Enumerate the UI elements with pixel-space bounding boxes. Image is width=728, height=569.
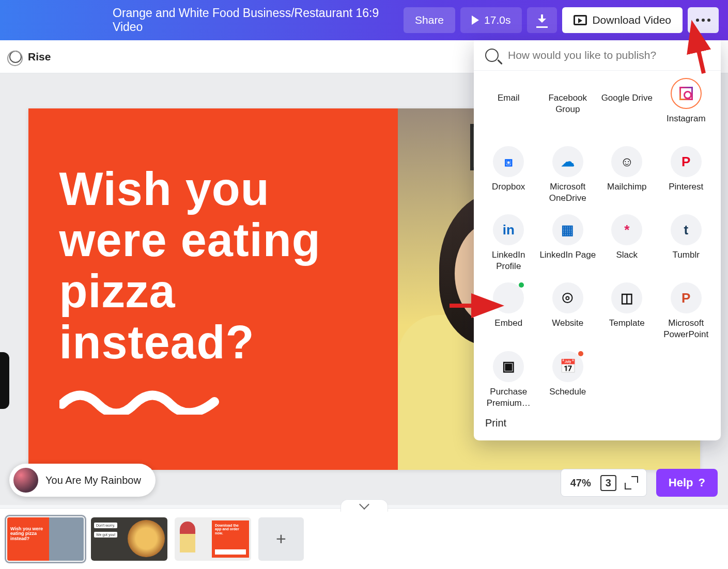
publish-option-label: LinkedIn Profile [480, 249, 537, 272]
underline-squiggle-icon [59, 384, 225, 415]
publish-option-label: Embed [494, 318, 522, 340]
publish-option-label: LinkedIn Page [539, 249, 596, 272]
schedule-icon: 📅 [552, 351, 583, 382]
publish-option-label: Google Drive [601, 92, 653, 115]
purchase-premium-icon: ▣ [493, 351, 524, 382]
email-icon [493, 78, 524, 88]
workspace-icon [9, 51, 22, 63]
publish-option-label: Slack [616, 249, 638, 272]
publish-option-website[interactable]: ⦾Website [538, 279, 598, 343]
zoom-controls: 47% 3 [561, 469, 647, 497]
audio-track-pill[interactable]: You Are My Rainbow [9, 464, 156, 497]
timeline-thumb-3[interactable]: Download the app and order now. [175, 517, 251, 561]
microsoft-onedrive-icon: ☁ [552, 146, 583, 177]
document-title: Orange and White Food Business/Restauran… [9, 6, 398, 34]
thumb2-line1: Don't worry. [94, 523, 117, 528]
publish-option-label: Purchase Premium… [480, 386, 537, 409]
pinterest-icon: P [671, 146, 702, 177]
publish-option-purchase-premium[interactable]: ▣Purchase Premium… [479, 348, 538, 412]
publish-search-row [474, 40, 721, 71]
mailchimp-icon: ☺ [611, 146, 642, 177]
download-video-button[interactable]: Download Video [562, 7, 683, 33]
instagram-icon [671, 78, 702, 109]
microsoft-powerpoint-icon: P [671, 282, 702, 313]
thumb3-text: Download the app and order now. [215, 524, 246, 535]
publish-option-label: Microsoft OneDrive [539, 181, 597, 204]
audio-track-name: You Are My Rainbow [45, 475, 141, 486]
publish-option-label: Instagram [667, 113, 706, 136]
publish-option-linkedin-page[interactable]: ▦LinkedIn Page [538, 211, 598, 275]
publish-option-label: Mailchimp [607, 181, 647, 204]
publish-option-facebook-group[interactable]: Facebook Group [538, 75, 598, 139]
facebook-group-icon [552, 78, 583, 88]
play-icon [472, 15, 479, 25]
help-label: Help [669, 476, 693, 489]
print-section-label[interactable]: Print [474, 415, 721, 433]
publish-option-label: Facebook Group [539, 92, 597, 115]
slide-text-panel: Wish you were eating pizza instead? [28, 108, 398, 470]
publish-option-microsoft-powerpoint[interactable]: PMicrosoft PowerPoint [657, 279, 716, 343]
publish-options-grid: EmailFacebook GroupGoogle DriveInstagram… [474, 71, 721, 415]
workspace-name: Rise [28, 51, 51, 63]
more-options-button[interactable] [688, 7, 719, 33]
publish-option-slack[interactable]: *Slack [597, 211, 657, 275]
status-bar: 47% 3 Help ? [561, 469, 718, 497]
publish-option-instagram[interactable]: Instagram [657, 75, 716, 139]
page-count-badge[interactable]: 3 [600, 475, 616, 491]
tumblr-icon: t [671, 214, 702, 245]
publish-option-pinterest[interactable]: PPinterest [657, 143, 716, 207]
publish-option-label: Schedule [549, 386, 586, 409]
video-icon [574, 15, 587, 25]
publish-option-linkedin-profile[interactable]: inLinkedIn Profile [479, 211, 538, 275]
publish-option-tumblr[interactable]: tTumblr [657, 211, 716, 275]
publish-option-embed[interactable]: Embed [479, 279, 538, 343]
embed-icon [493, 282, 524, 313]
timeline-collapse-tab[interactable] [340, 499, 388, 512]
publish-option-label: Website [552, 318, 583, 340]
publish-option-microsoft-onedrive[interactable]: ☁Microsoft OneDrive [538, 143, 598, 207]
duration-label: 17.0s [484, 14, 510, 26]
publish-search-input[interactable] [508, 49, 709, 61]
app-header: Orange and White Food Business/Restauran… [0, 0, 728, 40]
website-icon: ⦾ [552, 282, 583, 313]
zoom-value[interactable]: 47% [570, 477, 591, 489]
help-icon: ? [699, 476, 705, 489]
help-button[interactable]: Help ? [656, 469, 718, 497]
sidebar-expand-tab[interactable] [0, 352, 9, 409]
download-video-label: Download Video [592, 14, 671, 26]
publish-option-label: Email [498, 92, 520, 115]
timeline-thumb-2[interactable]: Don't worry. We got you! [91, 517, 167, 561]
publish-option-label: Template [609, 318, 645, 340]
share-button[interactable]: Share [404, 7, 455, 33]
add-page-button[interactable]: + [258, 517, 304, 561]
linkedin-profile-icon: in [493, 214, 524, 245]
publish-option-label: Tumblr [673, 249, 700, 272]
publish-option-google-drive[interactable]: Google Drive [597, 75, 657, 139]
publish-option-template[interactable]: ◫Template [597, 279, 657, 343]
thumb1-text: Wish you were eating pizza instead? [10, 527, 47, 542]
slide-headline[interactable]: Wish you were eating pizza instead? [59, 164, 367, 368]
ellipsis-icon [696, 19, 710, 22]
publish-option-email[interactable]: Email [479, 75, 538, 139]
publish-option-label: Pinterest [669, 181, 703, 204]
publish-option-label: Dropbox [492, 181, 525, 204]
share-label: Share [415, 14, 444, 26]
play-duration-button[interactable]: 17.0s [460, 7, 522, 33]
timeline-thumb-1[interactable]: Wish you were eating pizza instead? [7, 517, 84, 561]
thumb2-line2: We got you! [94, 532, 117, 538]
download-button[interactable] [527, 7, 557, 33]
chevron-down-icon [359, 499, 369, 510]
plus-icon: + [276, 529, 286, 549]
dropbox-icon: ⧈ [493, 146, 524, 177]
audio-artwork-icon [13, 468, 38, 493]
timeline-strip: Wish you were eating pizza instead? Don'… [0, 508, 728, 569]
publish-option-schedule[interactable]: 📅Schedule [538, 348, 598, 412]
publish-option-label: Microsoft PowerPoint [658, 318, 715, 340]
fullscreen-icon[interactable] [626, 477, 637, 488]
linkedin-page-icon: ▦ [552, 214, 583, 245]
publish-option-mailchimp[interactable]: ☺Mailchimp [597, 143, 657, 207]
slack-icon: * [611, 214, 642, 245]
download-icon [536, 14, 548, 26]
publish-panel: EmailFacebook GroupGoogle DriveInstagram… [474, 40, 721, 440]
publish-option-dropbox[interactable]: ⧈Dropbox [479, 143, 538, 207]
